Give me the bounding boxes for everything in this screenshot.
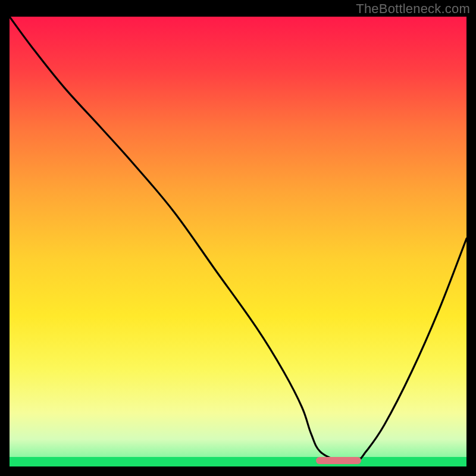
bottleneck-curve xyxy=(10,17,466,466)
plot-area xyxy=(10,17,466,466)
curve-path xyxy=(10,17,466,462)
optimal-range-marker xyxy=(316,457,362,464)
chart-frame: TheBottleneck.com xyxy=(0,0,476,476)
watermark-text: TheBottleneck.com xyxy=(356,1,470,17)
